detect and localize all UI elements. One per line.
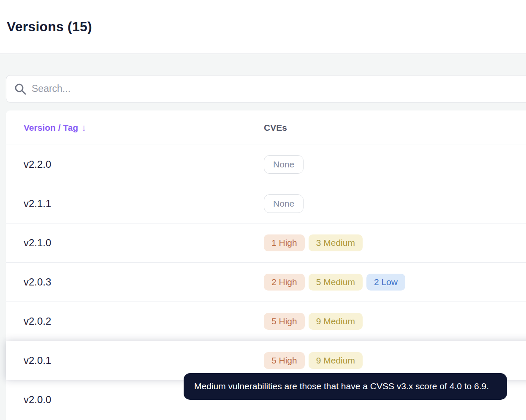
cves-cell: None: [264, 194, 526, 213]
cve-badge-none[interactable]: None: [264, 194, 304, 213]
medium-cve-tooltip: Medium vulnerabilities are those that ha…: [184, 373, 507, 400]
version-label: v2.1.0: [6, 237, 264, 249]
cves-cell: 2 High5 Medium2 Low: [264, 274, 526, 291]
cve-badge-medium[interactable]: 5 Medium: [309, 274, 363, 291]
search-input[interactable]: [32, 83, 526, 94]
table-row[interactable]: v2.2.0None: [6, 145, 526, 184]
cve-badge-low[interactable]: 2 Low: [366, 274, 405, 291]
versions-page: Versions (15) Version / Tag ↓: [0, 0, 526, 420]
cve-badge-high[interactable]: 1 High: [264, 234, 305, 251]
content-area: Version / Tag ↓ CVEs v2.2.0Nonev2.1.1Non…: [0, 54, 526, 420]
column-header-cves: CVEs: [264, 123, 526, 133]
cves-cell: 1 High3 Medium: [264, 234, 526, 251]
column-cves-label: CVEs: [264, 123, 287, 132]
version-label: v2.0.3: [6, 276, 264, 288]
cve-badge-medium[interactable]: 3 Medium: [309, 234, 363, 251]
page-title: Versions (15): [7, 19, 92, 35]
table-row[interactable]: v2.1.01 High3 Medium: [6, 223, 526, 262]
page-header: Versions (15): [0, 0, 526, 54]
search-icon: [14, 83, 27, 95]
table-header-row: Version / Tag ↓ CVEs: [6, 110, 526, 145]
column-header-version: Version / Tag ↓: [6, 122, 264, 133]
search-box[interactable]: [6, 75, 526, 102]
cve-badge-medium[interactable]: 9 Medium: [309, 313, 363, 330]
table-row[interactable]: v2.0.25 High9 Medium: [6, 302, 526, 341]
cve-badge-high[interactable]: 5 High: [264, 352, 305, 369]
sort-descending-icon: ↓: [81, 122, 86, 133]
cve-badge-high[interactable]: 5 High: [264, 313, 305, 330]
cve-badge-none[interactable]: None: [264, 155, 304, 174]
cves-cell: 5 High9 Medium: [264, 313, 526, 330]
cves-cell: 5 High9 Medium: [264, 352, 526, 369]
version-label: v2.2.0: [6, 159, 264, 170]
column-version-label: Version / Tag: [24, 123, 78, 133]
table-row[interactable]: v2.1.1None: [6, 184, 526, 223]
table-row[interactable]: v2.0.32 High5 Medium2 Low: [6, 262, 526, 302]
cves-cell: None: [264, 155, 526, 174]
version-label: v2.0.1: [6, 355, 264, 366]
cve-badge-medium[interactable]: 9 Medium: [309, 352, 363, 369]
version-label: v2.1.1: [6, 198, 264, 210]
sort-by-version-button[interactable]: Version / Tag ↓: [24, 122, 86, 133]
cve-badge-high[interactable]: 2 High: [264, 274, 305, 291]
version-label: v2.0.2: [6, 315, 264, 327]
